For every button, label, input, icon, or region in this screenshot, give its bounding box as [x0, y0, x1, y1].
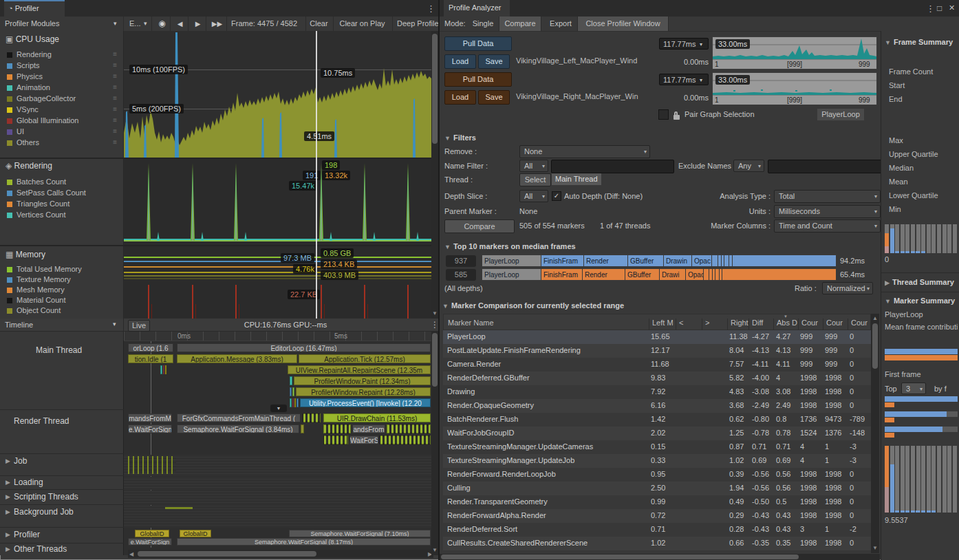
- timeline-bar[interactable]: e.WaitForSign: [128, 538, 172, 546]
- foldout-icon[interactable]: ▶: [6, 479, 10, 486]
- table-vscrollbar[interactable]: ▲ ▼: [871, 314, 879, 553]
- timeline-sliver[interactable]: [294, 398, 296, 407]
- prev-frame-button[interactable]: ◀: [172, 17, 188, 31]
- thread-row-profiler[interactable]: ▶Profiler: [0, 528, 124, 543]
- playerloop-selection-button[interactable]: PlayerLoop: [817, 109, 864, 120]
- timeline-sliver[interactable]: [297, 398, 299, 407]
- save-left-button[interactable]: Save: [478, 54, 510, 69]
- top10-segment[interactable]: Render: [584, 255, 628, 267]
- timeline-bar-app-tick[interactable]: Application.Tick (12.57ms): [299, 354, 431, 363]
- legend-item[interactable]: Total Used Memory: [0, 264, 124, 274]
- top10-segment[interactable]: Drawin: [664, 255, 692, 267]
- timeline-view-dropdown[interactable]: Timeline ▾: [0, 319, 124, 332]
- drag-handle-icon[interactable]: ≡: [113, 137, 117, 148]
- top10-bar-left[interactable]: PlayerLoopFinishFramRenderGBufferDrawinO…: [482, 255, 837, 267]
- foldout-icon[interactable]: ▶: [6, 493, 10, 500]
- table-row[interactable]: RenderForwardAlpha.Render 0.72 0.29 -0.4…: [443, 509, 871, 523]
- top10-segment[interactable]: [733, 255, 837, 267]
- profiler-modules-dropdown[interactable]: Profiler Modules ▾: [0, 17, 124, 31]
- timeline-sliver[interactable]: [301, 424, 304, 433]
- thread-row-job[interactable]: ▶Job: [0, 454, 124, 476]
- top10-segment[interactable]: [704, 269, 709, 281]
- thread-row-scripting[interactable]: ▶Scripting Threads: [0, 490, 124, 505]
- timeline-sliver[interactable]: [290, 376, 292, 385]
- timeline-bar-repaintscene[interactable]: UIView.RepaintAll.RepaintScene (12.35m: [288, 365, 431, 374]
- comparison-header[interactable]: ▼Marker Comparison for currently selecte…: [442, 301, 624, 310]
- marker-columns-dropdown[interactable]: Time and Count▾: [774, 219, 881, 233]
- scroll-down-icon[interactable]: ▼: [431, 310, 438, 316]
- scroll-up-icon[interactable]: ▲: [871, 315, 879, 321]
- drag-handle-icon[interactable]: ≡: [113, 82, 117, 93]
- load-right-button[interactable]: Load: [444, 90, 476, 105]
- mode-compare-button[interactable]: Compare: [499, 17, 541, 31]
- foldout-icon[interactable]: ▶: [6, 457, 10, 464]
- timeline-sliver[interactable]: [323, 424, 351, 433]
- load-left-button[interactable]: Load: [444, 54, 476, 69]
- table-row[interactable]: Drawing 7.92 4.83 -3.08 3.08 1998 1998 0: [443, 385, 871, 399]
- thread-row-main[interactable]: Main Thread: [0, 332, 124, 410]
- legend-item[interactable]: Animation≡: [0, 82, 124, 93]
- table-row[interactable]: BatchRenderer.Flush 1.42 0.62 -0.80 0.8 …: [443, 413, 871, 427]
- timeline-sliver[interactable]: [380, 435, 431, 444]
- drag-handle-icon[interactable]: ≡: [113, 126, 117, 137]
- frame-summary-histogram[interactable]: [885, 224, 958, 253]
- timeline-sliver[interactable]: [290, 387, 292, 396]
- timeline-sliver[interactable]: [160, 365, 162, 374]
- legend-item[interactable]: Global Illumination≡: [0, 115, 124, 126]
- table-row[interactable]: TextureStreamingManager.UpdateCameras 0.…: [443, 440, 871, 454]
- depth-slice-dropdown[interactable]: All▾: [519, 190, 548, 202]
- table-row[interactable]: TextureStreamingManager.UpdateJob 0.33 1…: [443, 454, 871, 468]
- legend-item[interactable]: Texture Memory: [0, 274, 124, 285]
- pull-data-right-button[interactable]: Pull Data: [444, 72, 512, 87]
- col-right-median[interactable]: Right: [727, 319, 751, 331]
- module-header-cpu[interactable]: ▣ CPU Usage: [6, 34, 59, 44]
- thread-summary-header[interactable]: ▶Thread Summary: [885, 278, 958, 286]
- top10-segment[interactable]: Render: [583, 269, 625, 281]
- top10-segment[interactable]: [712, 255, 718, 267]
- top10-segment[interactable]: FinishFram: [541, 269, 583, 281]
- exclude-names-input[interactable]: [768, 160, 882, 173]
- timeline-sliver[interactable]: [303, 413, 321, 422]
- legend-item[interactable]: Physics≡: [0, 71, 124, 82]
- units-dropdown[interactable]: Milliseconds▾: [774, 205, 881, 218]
- timeline-bar-app-message[interactable]: Application.Message (3.83ms): [177, 354, 297, 363]
- col-abs-diff[interactable]: Abs D: [773, 319, 801, 331]
- legend-item[interactable]: SetPass Calls Count: [0, 187, 124, 198]
- name-filter-input[interactable]: [551, 160, 674, 173]
- clear-on-play-button[interactable]: Clear on Play: [333, 17, 391, 31]
- legend-item[interactable]: Vertices Count: [0, 209, 124, 220]
- table-row[interactable]: PlayerLoop 15.65 11.38 -4.27 4.27 999 99…: [443, 330, 871, 344]
- tab-profile-analyzer[interactable]: Profile Analyzer: [444, 0, 510, 17]
- marker-summary-histogram[interactable]: [885, 446, 958, 513]
- timeline-bar-drawchain[interactable]: UIR.DrawChain (11.53ms): [323, 413, 431, 422]
- legend-item[interactable]: VSync≡: [0, 104, 124, 115]
- col-left-bar[interactable]: <: [676, 319, 704, 331]
- timeline-bar-globalid[interactable]: GlobalID: [135, 530, 169, 537]
- timeline-bar[interactable]: mandsFromM: [128, 413, 172, 422]
- timeline-bar-editorloop[interactable]: EditorLoop (16.47ms): [177, 343, 431, 352]
- loading-thread-region[interactable]: [124, 477, 431, 490]
- timeline-sliver[interactable]: [163, 365, 164, 374]
- top10-segment[interactable]: Drawi: [660, 269, 686, 281]
- timeline-bar-window-paint[interactable]: ProfilerWindow.Paint (12.34ms): [294, 376, 431, 385]
- close-icon[interactable]: ✕: [949, 3, 955, 12]
- live-toggle[interactable]: Live: [128, 320, 150, 332]
- table-row[interactable]: CullResults.CreateSharedRendererScene 1.…: [443, 537, 871, 550]
- scroll-down-icon[interactable]: ▼: [431, 547, 438, 553]
- legend-item[interactable]: Batches Count: [0, 176, 124, 187]
- frame-summary-header[interactable]: ▼Frame Summary: [885, 38, 953, 46]
- module-header-rendering[interactable]: ◈ Rendering: [6, 161, 52, 171]
- timeline-bar[interactable]: e.WaitForSigna: [128, 424, 172, 433]
- drag-handle-icon[interactable]: ≡: [113, 71, 117, 82]
- drag-handle-icon[interactable]: ≡: [113, 49, 117, 60]
- table-row[interactable]: Camera.Render 11.68 7.57 -4.11 4.11 999 …: [443, 358, 871, 371]
- legend-item[interactable]: Triangles Count: [0, 198, 124, 209]
- foldout-icon[interactable]: ▶: [6, 508, 10, 515]
- legend-item[interactable]: Material Count: [0, 295, 124, 305]
- col-diff[interactable]: Diff: [748, 319, 776, 331]
- table-row[interactable]: Render.TransparentGeometry 0.99 0.49 -0.…: [443, 495, 871, 509]
- top10-segment[interactable]: PlayerLoop: [482, 269, 541, 281]
- table-row[interactable]: WaitForJobGroupID 2.02 1.25 -0.78 0.78 1…: [443, 427, 871, 440]
- legend-item[interactable]: Mesh Memory: [0, 285, 124, 295]
- top10-segment[interactable]: GBuffer: [628, 255, 664, 267]
